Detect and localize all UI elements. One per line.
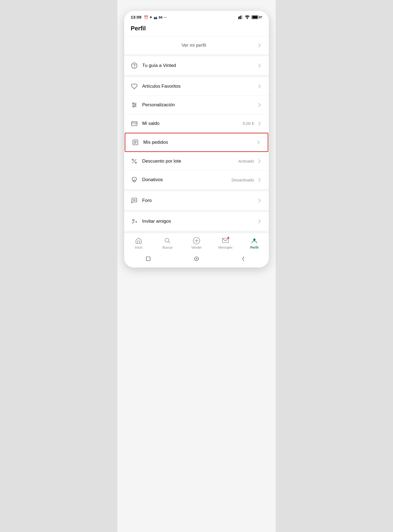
main-menu-group: Artículos Favoritos Personalizació (124, 77, 269, 189)
content-area: Ver mi perfil Tu guía a Vinted (124, 37, 269, 233)
phone-screen: 13:09 ⏰ ✦ 📷 94 ··· 87 Perfil (124, 11, 269, 268)
heart-icon (131, 83, 138, 90)
page-title: Perfil (131, 25, 146, 32)
svg-rect-2 (240, 16, 241, 19)
donate-icon (131, 176, 138, 183)
saldo-chevron (257, 121, 262, 126)
pedidos-chevron (256, 140, 261, 145)
svg-point-31 (253, 239, 255, 241)
svg-point-4 (247, 18, 248, 19)
android-recents-btn[interactable] (241, 255, 249, 263)
svg-line-26 (169, 242, 170, 243)
nav-item-mensajes[interactable]: Mensajes (211, 236, 240, 251)
svg-point-23 (135, 200, 135, 200)
svg-rect-32 (146, 257, 150, 261)
sliders-icon (131, 101, 138, 108)
svg-point-10 (133, 103, 134, 104)
menu-item-pedidos[interactable]: Mis pedidos (125, 133, 268, 152)
favoritos-label: Artículos Favoritos (142, 84, 181, 89)
android-back-btn[interactable] (144, 255, 152, 263)
foro-section: Foro (124, 191, 269, 210)
pedidos-label: Mis pedidos (143, 140, 168, 145)
page-header: Perfil (124, 22, 269, 37)
guia-label: Tu guía a Vinted (142, 63, 176, 68)
nav-items: Inicio Buscar Vender (124, 236, 269, 251)
ver-perfil-section: Ver mi perfil (124, 37, 269, 54)
foro-label: Foro (142, 198, 152, 203)
home-icon (135, 237, 142, 245)
invitar-chevron (257, 219, 262, 224)
donativos-value: Desactivado (231, 178, 254, 182)
menu-item-donativos[interactable]: Donativos Desactivado (124, 171, 269, 189)
messages-badge (227, 237, 230, 239)
descuento-label: Descuento por lote (142, 158, 181, 164)
nav-item-perfil[interactable]: Perfil (240, 236, 269, 251)
help-circle-icon (131, 62, 138, 69)
descuento-value: Activado (238, 159, 254, 163)
svg-point-22 (134, 200, 135, 200)
svg-point-20 (135, 162, 136, 163)
svg-rect-0 (238, 17, 239, 19)
donativos-chevron (257, 177, 262, 183)
nav-inicio-label: Inicio (135, 246, 142, 249)
guia-chevron (257, 63, 262, 68)
bottom-nav: Inicio Buscar Vender (124, 233, 269, 252)
invite-icon (131, 218, 138, 225)
menu-item-saldo[interactable]: Mi saldo 0,00 € (124, 114, 269, 133)
ver-perfil-chevron (257, 43, 262, 48)
android-home-btn[interactable] (193, 255, 200, 263)
svg-point-21 (133, 200, 134, 200)
personalizacion-label: Personalización (142, 102, 175, 108)
svg-point-19 (132, 159, 133, 160)
nav-perfil-label: Perfil (250, 246, 258, 249)
svg-rect-1 (239, 16, 240, 19)
svg-point-24 (133, 219, 134, 221)
invitar-section: Invitar amigos (124, 212, 269, 231)
svg-point-25 (165, 238, 169, 242)
nav-vender-label: Vender (191, 246, 202, 249)
donativos-label: Donativos (142, 177, 163, 183)
search-icon (164, 237, 171, 245)
invitar-label: Invitar amigos (142, 219, 171, 224)
nav-item-inicio[interactable]: Inicio (124, 236, 153, 251)
favoritos-chevron (257, 84, 262, 89)
nav-mensajes-label: Mensajes (218, 246, 232, 249)
saldo-value: 0,00 € (243, 121, 254, 126)
svg-rect-3 (242, 15, 242, 19)
status-icons: 87 (238, 15, 262, 19)
status-time: 13:09 ⏰ ✦ 📷 94 ··· (131, 15, 167, 19)
foro-chevron (257, 198, 262, 203)
personalizacion-chevron (257, 102, 262, 108)
android-nav-bar (124, 252, 269, 268)
ver-perfil-item[interactable]: Ver mi perfil (124, 37, 269, 54)
menu-item-favoritos[interactable]: Artículos Favoritos (124, 77, 269, 96)
ver-perfil-label: Ver mi perfil (131, 43, 257, 48)
svg-point-34 (196, 258, 197, 259)
forum-icon (131, 197, 138, 204)
svg-point-12 (133, 106, 134, 107)
descuento-chevron (257, 158, 262, 164)
svg-rect-13 (132, 122, 137, 126)
svg-line-18 (132, 159, 136, 163)
menu-item-invitar[interactable]: Invitar amigos (124, 212, 269, 231)
saldo-label: Mi saldo (142, 121, 159, 126)
profile-icon (251, 237, 258, 245)
svg-point-11 (135, 104, 136, 105)
messages-icon (222, 237, 229, 245)
menu-item-personalizacion[interactable]: Personalización (124, 96, 269, 114)
status-bar: 13:09 ⏰ ✦ 📷 94 ··· 87 (124, 11, 269, 22)
add-circle-icon (193, 237, 200, 245)
guia-section: Tu guía a Vinted (124, 56, 269, 75)
menu-item-foro[interactable]: Foro (124, 191, 269, 210)
orders-icon (132, 139, 139, 146)
menu-item-descuento[interactable]: Descuento por lote Activado (124, 152, 269, 171)
nav-buscar-label: Buscar (162, 246, 172, 249)
nav-item-vender[interactable]: Vender (182, 236, 211, 251)
nav-item-buscar[interactable]: Buscar (153, 236, 182, 251)
percent-icon (131, 158, 138, 165)
menu-item-guia[interactable]: Tu guía a Vinted (124, 56, 269, 75)
svg-point-5 (132, 63, 137, 68)
wallet-icon (131, 120, 138, 127)
